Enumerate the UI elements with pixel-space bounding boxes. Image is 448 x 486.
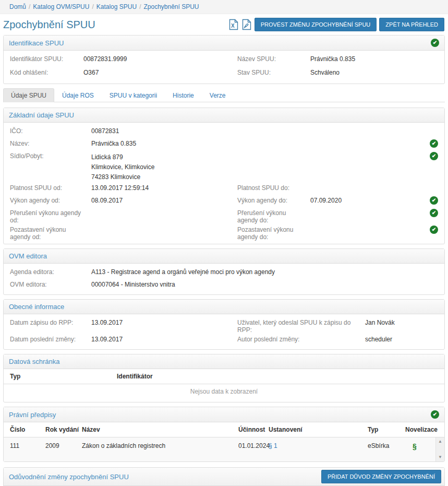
panel-datova-schranka: Datová schránka Typ Identifikátor Nejsou… [3, 354, 445, 402]
tab-udaje-spuu[interactable]: Údaje SPUU [3, 88, 54, 102]
identifikator-spuu-value: 00872831.9999 [83, 55, 237, 63]
preruseni-od-label: Přerušení výkonu agendy od: [10, 209, 91, 224]
provest-zmenu-zpochybneni-button[interactable]: PROVÉST ZMĚNU ZPOCHYBNĚNÍ SPUU [255, 18, 377, 31]
autor-posledni-zmeny-label: Autor poslední změny: [237, 336, 365, 343]
svg-text:X: X [231, 23, 235, 29]
breadcrumb-link-katalog-ovm-spuu[interactable]: Katalog OVM/SPUU [33, 3, 89, 10]
panel-zakladni-udaje: Základní údaje SPUU IČO: 00872831 Název:… [3, 108, 445, 244]
column-header-rok-vydani: Rok vydání [45, 426, 82, 433]
nazev-label: Název: [10, 140, 91, 147]
vykon-od-value: 08.09.2017 [91, 197, 237, 204]
panel-pravni-predpisy-header: Právní předpisy ✔ [4, 407, 444, 422]
datum-posledni-zmeny-label: Datum poslední změny: [10, 336, 91, 343]
uzivatel-odeslal-value: Jan Novák [365, 319, 438, 326]
vykon-do-label: Výkon agendy do: [237, 197, 310, 204]
panel-oduvodneni-title: Odůvodnění změny zpochybnění SPUU [9, 473, 129, 481]
table-scrollbar[interactable]: ▲ ▼ [435, 437, 444, 461]
panel-obecne-informace: Obecné informace Datum zápisu do RPP: 13… [3, 299, 445, 350]
preruseni-do-label: Přerušení výkonu agendy do: [237, 209, 310, 224]
excel-export-icon[interactable]: X [228, 19, 239, 30]
tab-verze[interactable]: Verze [202, 88, 234, 102]
sidlo-line-street: Lidická 879 [91, 152, 427, 162]
sidlo-line-city: Klimkovice, Klimkovice [91, 162, 427, 172]
cell-ucinnost: 01.01.2024 [238, 442, 269, 449]
scroll-down-icon[interactable]: ▼ [436, 453, 444, 461]
column-header-typ: Typ [10, 373, 117, 380]
ustanoveni-link[interactable]: § 1 [269, 442, 277, 449]
cell-rok-vydani: 2009 [45, 442, 82, 449]
agenda-editora-label: Agenda editora: [10, 268, 91, 276]
panel-identifikace-header: Identifikace SPUU ✔ [4, 35, 444, 51]
panel-ovm-header: OVM editora [4, 249, 444, 264]
datova-schranka-table-header: Typ Identifikátor [4, 369, 444, 384]
column-header-novelizace: Novelizace [405, 426, 438, 433]
autor-posledni-zmeny-value: scheduler [365, 336, 438, 343]
sidlo-pobyt-label: Sídlo/Pobyt: [10, 152, 91, 160]
platnost-od-label: Platnost SPUU od: [10, 184, 91, 192]
panel-pravni-predpisy-title: Právní předpisy [9, 411, 56, 419]
column-header-nazev: Název [82, 426, 238, 433]
pridat-duvod-zmeny-button[interactable]: PŘIDAT DŮVOD ZMĚNY ZPOCHYBNĚNÍ [321, 470, 441, 483]
breadcrumb-link-katalog-spuu[interactable]: Katalog SPUU [96, 3, 137, 10]
breadcrumb: Domů/Katalog OVM/SPUU/Katalog SPUU/Zpoch… [0, 0, 448, 14]
pdf-export-icon[interactable] [241, 19, 252, 30]
cell-cislo: 111 [10, 442, 45, 449]
page-title: Zpochybnění SPUU [3, 19, 95, 31]
pozastaveni-do-label: Pozastavení výkonu agendy do: [237, 226, 310, 241]
panel-oduvodneni-zmeny: Odůvodnění změny zpochybnění SPUU PŘIDAT… [3, 467, 445, 486]
scroll-up-icon[interactable]: ▲ [436, 437, 444, 446]
panel-zakladni-header: Základní údaje SPUU [4, 108, 444, 123]
valid-check-icon: ✔ [430, 226, 438, 234]
cell-typ: eSbírka [368, 442, 405, 449]
kod-ohlaseni-value: O367 [83, 69, 237, 76]
valid-check-icon: ✔ [431, 39, 439, 47]
valid-check-icon: ✔ [430, 139, 438, 148]
valid-check-icon: ✔ [431, 410, 439, 419]
zpet-na-prehled-button[interactable]: ZPĚT NA PŘEHLED [379, 18, 444, 31]
panel-obecne-header: Obecné informace [4, 300, 444, 314]
nazev-value: Právnička 0.835 [91, 140, 427, 147]
breadcrumb-current: Zpochybnění SPUU [143, 3, 199, 10]
valid-check-icon: ✔ [430, 209, 438, 217]
panel-datova-schranka-title: Datová schránka [9, 358, 60, 365]
table-row-pravni-predpis: 111 2009 Zákon o základních registrech 0… [4, 437, 444, 461]
nazev-spuu-label: Název SPUU: [237, 55, 310, 63]
uzivatel-odeslal-label: Uživatel, který odeslal SPUU k zápisu do… [237, 319, 365, 334]
panel-obecne-title: Obecné informace [9, 303, 64, 311]
vykon-od-label: Výkon agendy od: [10, 197, 91, 204]
agenda-editora-value: A113 - Registrace agend a orgánů veřejné… [91, 268, 438, 276]
column-header-ustanoveni: Ustanovení [269, 426, 368, 433]
valid-check-icon: ✔ [430, 152, 438, 160]
ico-value: 00872831 [91, 127, 427, 135]
column-header-ucinnost: Účinnost [238, 426, 269, 433]
sidlo-line-zip: 74283 Klimkovice [91, 172, 427, 182]
datum-zapisu-label: Datum zápisu do RPP: [10, 319, 91, 326]
panel-oduvodneni-header: Odůvodnění změny zpochybnění SPUU PŘIDAT… [4, 468, 444, 486]
tab-udaje-ros[interactable]: Údaje ROS [54, 88, 102, 102]
breadcrumb-link-home[interactable]: Domů [9, 3, 26, 10]
breadcrumb-separator: / [29, 3, 30, 10]
panel-identifikace-title: Identifikace SPUU [9, 39, 64, 47]
sidlo-pobyt-value: Lidická 879 Klimkovice, Klimkovice 74283… [91, 152, 427, 182]
panel-datova-schranka-header: Datová schránka [4, 354, 444, 369]
platnost-od-value: 13.09.2017 12:59:14 [91, 184, 237, 192]
ico-label: IČO: [10, 127, 91, 135]
tab-historie[interactable]: Historie [165, 88, 202, 102]
datum-posledni-zmeny-value: 13.09.2017 [91, 336, 237, 343]
panel-identifikace-spuu: Identifikace SPUU ✔ Identifikátor SPUU: … [3, 35, 445, 84]
column-header-identifikator: Identifikátor [117, 373, 438, 380]
kod-ohlaseni-label: Kód ohlášení: [10, 69, 83, 76]
cell-nazev: Zákon o základních registrech [82, 442, 238, 449]
novelizace-paragraph-link[interactable]: § [405, 442, 417, 451]
panel-ovm-editora: OVM editora Agenda editora: A113 - Regis… [3, 248, 445, 295]
identifikator-spuu-label: Identifikátor SPUU: [10, 55, 83, 63]
stav-spuu-label: Stav SPUU: [237, 69, 310, 76]
pravni-predpisy-table-body: 111 2009 Zákon o základních registrech 0… [4, 437, 444, 461]
tab-spuu-v-kategorii[interactable]: SPUU v kategorii [102, 88, 165, 102]
nazev-spuu-value: Právnička 0.835 [310, 55, 438, 63]
breadcrumb-separator: / [139, 3, 141, 10]
stav-spuu-value: Schváleno [310, 69, 438, 76]
panel-ovm-title: OVM editora [9, 252, 47, 260]
datum-zapisu-value: 13.09.2017 [91, 319, 237, 326]
column-header-cislo: Číslo [10, 426, 45, 433]
